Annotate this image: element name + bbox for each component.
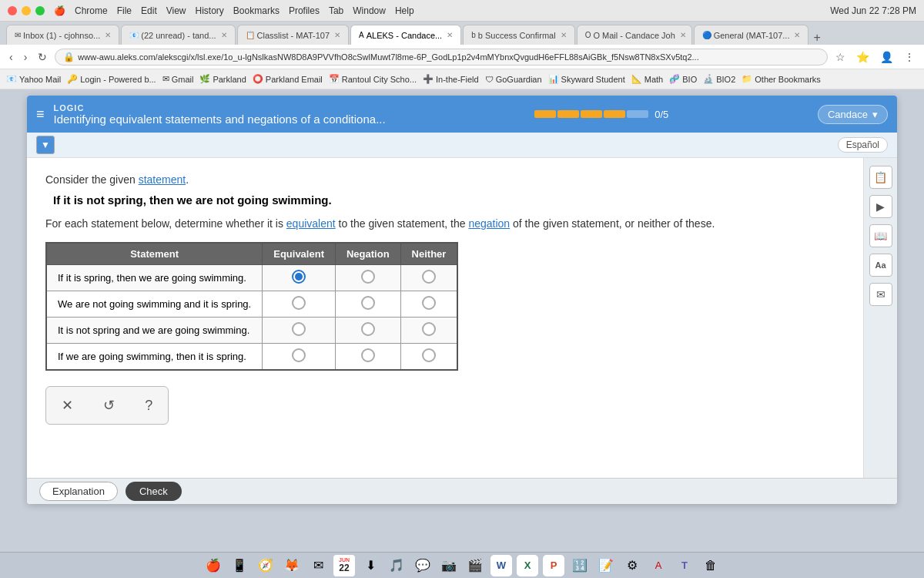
radio-neither-4[interactable]	[400, 344, 457, 371]
tab-close-icon[interactable]: ✕	[561, 31, 567, 39]
undo-button[interactable]: ↺	[97, 394, 121, 417]
bookmark-infield[interactable]: ➕ In-the-Field	[423, 74, 479, 84]
bookmark-skyward[interactable]: 📊 Skyward Student	[548, 74, 625, 84]
menu-view[interactable]: View	[166, 5, 186, 16]
radio-btn[interactable]	[292, 322, 306, 336]
espanol-button[interactable]: Español	[838, 137, 888, 153]
bookmark-login[interactable]: 🔑 Login - Powered b...	[67, 74, 156, 84]
radio-btn[interactable]	[361, 296, 375, 310]
radio-negation-2[interactable]	[335, 291, 400, 318]
menu-history[interactable]: History	[196, 5, 224, 16]
tab-close-icon[interactable]: ✕	[680, 31, 686, 39]
refresh-button[interactable]: ↻	[35, 49, 50, 65]
radio-btn[interactable]	[292, 296, 306, 310]
menu-help[interactable]: Help	[395, 5, 414, 16]
equivalent-link[interactable]: equivalent	[286, 217, 336, 230]
negation-link[interactable]: negation	[468, 217, 510, 230]
check-button[interactable]: Check	[126, 482, 182, 501]
dock-video-icon[interactable]: 🎬	[464, 555, 486, 576]
bookmark-bio[interactable]: 🧬 BIO	[669, 74, 697, 84]
tab-close-icon[interactable]: ✕	[105, 31, 111, 39]
dock-powerpoint-icon[interactable]: P	[543, 555, 564, 576]
radio-equivalent-3[interactable]	[263, 318, 336, 344]
bookmark-goguardian[interactable]: 🛡 GoGuardian	[485, 75, 542, 84]
dock-photos-icon[interactable]: 📷	[438, 555, 460, 576]
dock-messages-icon[interactable]: 💬	[412, 555, 434, 576]
bookmark-parkland-email[interactable]: ⭕ Parkland Email	[253, 74, 323, 84]
tab-success[interactable]: b b Success Confirmal ✕	[463, 25, 574, 45]
menu-tab[interactable]: Tab	[329, 5, 343, 16]
dock-launchpad-icon[interactable]: 📱	[229, 555, 250, 576]
minimize-button[interactable]	[22, 6, 31, 15]
dock-firefox-icon[interactable]: 🦊	[281, 555, 303, 576]
bookmark-other[interactable]: 📁 Other Bookmarks	[742, 74, 821, 84]
bookmark-bio2[interactable]: 🔬 BIO2	[703, 74, 735, 84]
clear-button[interactable]: ✕	[55, 394, 79, 417]
radio-equivalent-2[interactable]	[263, 291, 336, 318]
menu-bookmarks[interactable]: Bookmarks	[233, 5, 280, 16]
back-button[interactable]: ‹	[6, 49, 16, 65]
statement-link[interactable]: statement	[139, 173, 186, 186]
menu-window[interactable]: Window	[353, 5, 386, 16]
dictionary-icon-button[interactable]: Aa	[869, 254, 892, 277]
radio-negation-1[interactable]	[335, 265, 400, 291]
collapse-button[interactable]: ▼	[36, 136, 55, 154]
radio-btn[interactable]	[422, 270, 436, 284]
dock-calendar-icon[interactable]: JUN 22	[333, 555, 355, 576]
message-icon-button[interactable]: ✉	[869, 283, 892, 306]
tab-close-icon[interactable]: ✕	[447, 31, 453, 39]
radio-btn[interactable]	[292, 348, 306, 362]
dock-notes-icon[interactable]: 📝	[595, 555, 617, 576]
tab-aleks[interactable]: A ALEKS - Candace... ✕	[350, 25, 461, 45]
radio-btn[interactable]	[422, 296, 436, 310]
radio-btn[interactable]	[422, 348, 436, 362]
dock-music-icon[interactable]: 🎵	[386, 555, 407, 576]
tab-close-icon[interactable]: ✕	[221, 31, 227, 39]
dock-finder-icon[interactable]: 🍎	[203, 555, 224, 576]
radio-neither-3[interactable]	[400, 318, 457, 344]
dock-safari-icon[interactable]: 🧭	[255, 555, 276, 576]
forward-button[interactable]: ›	[21, 49, 31, 65]
radio-btn[interactable]	[361, 270, 375, 284]
radio-neither-1[interactable]	[400, 265, 457, 291]
video-icon-button[interactable]: ▶	[869, 195, 892, 218]
radio-neither-2[interactable]	[400, 291, 457, 318]
aleks-menu-icon[interactable]: ≡	[36, 106, 45, 123]
new-tab-button[interactable]: +	[813, 31, 820, 45]
maximize-button[interactable]	[35, 6, 45, 15]
bookmark-rantoul[interactable]: 📅 Rantoul City Scho...	[329, 74, 417, 84]
radio-btn[interactable]	[361, 348, 375, 362]
bookmark-yahoo[interactable]: 📧 Yahoo Mail	[6, 74, 61, 84]
dock-mail-icon[interactable]: ✉	[307, 555, 329, 576]
dock-download-icon[interactable]: ⬇	[360, 555, 381, 576]
bookmark-star-icon[interactable]: ☆	[832, 49, 849, 65]
url-bar[interactable]: 🔒 www-awu.aleks.com/alekscgi/x/lsl.exe/1…	[55, 49, 828, 66]
menu-file[interactable]: File	[117, 5, 132, 16]
menu-dots-icon[interactable]: ⋮	[901, 49, 918, 65]
explanation-button[interactable]: Explanation	[39, 482, 118, 501]
extensions-icon[interactable]: ⭐	[853, 49, 872, 65]
dock-teams-icon[interactable]: T	[674, 555, 695, 576]
dock-settings-icon[interactable]: ⚙	[621, 555, 643, 576]
radio-btn[interactable]	[361, 322, 375, 336]
profile-icon[interactable]: 👤	[877, 49, 896, 65]
help-button[interactable]: ?	[139, 395, 159, 417]
dock-acrobat-icon[interactable]: A	[648, 555, 669, 576]
bookmark-gmail[interactable]: ✉ Gmail	[162, 74, 194, 84]
radio-negation-4[interactable]	[335, 344, 400, 371]
notes-icon-button[interactable]: 📋	[869, 166, 892, 189]
tab-close-icon[interactable]: ✕	[794, 31, 800, 39]
bookmark-math[interactable]: 📐 Math	[631, 74, 663, 84]
dock-calculator-icon[interactable]: 🔢	[569, 555, 591, 576]
tab-general[interactable]: 🔵 General (MAT-107... ✕	[694, 25, 809, 45]
tab-inbox[interactable]: ✉ Inbox (1) - cjohnso... ✕	[6, 25, 119, 45]
tab-classlist[interactable]: 📋 Classlist - MAT-107 ✕	[237, 25, 350, 45]
radio-equivalent-1[interactable]	[263, 265, 336, 291]
dock-excel-icon[interactable]: X	[517, 555, 538, 576]
radio-btn[interactable]	[292, 270, 306, 284]
user-menu-button[interactable]: Candace ▾	[818, 105, 888, 124]
tab-unread[interactable]: 📧 (22 unread) - tand... ✕	[121, 25, 235, 45]
tab-close-icon[interactable]: ✕	[334, 31, 340, 39]
menu-profiles[interactable]: Profiles	[289, 5, 320, 16]
menu-apple[interactable]: 🍎	[54, 5, 65, 16]
